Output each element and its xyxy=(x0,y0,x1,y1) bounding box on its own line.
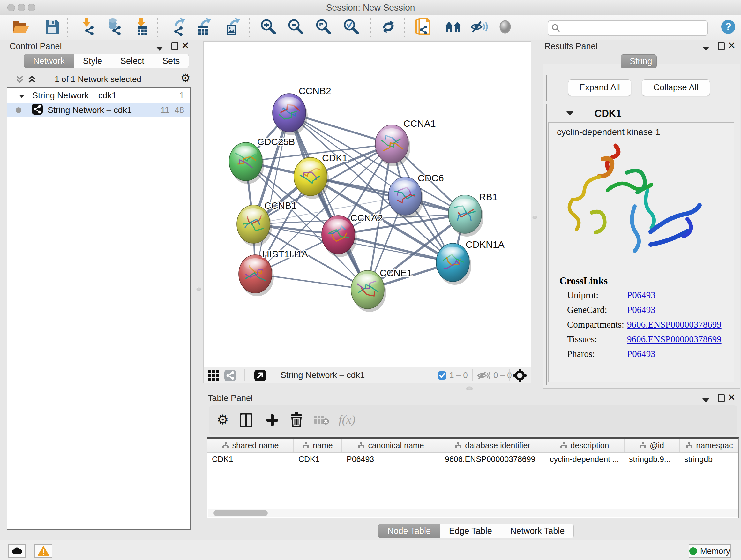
show-all-icon[interactable] xyxy=(498,20,512,35)
column-header-namespac[interactable]: namespac xyxy=(680,439,739,452)
table-row[interactable]: CDK1CDK1P064939606.ENSP00000378699cyclin… xyxy=(207,453,738,465)
add-column-icon[interactable] xyxy=(266,414,279,428)
import-network-file-icon[interactable] xyxy=(81,18,96,37)
hide-selected-icon[interactable] xyxy=(471,20,488,35)
table-options-gear-icon[interactable]: ⚙ xyxy=(217,413,229,427)
graphics-details-icon[interactable] xyxy=(445,20,462,35)
network-row[interactable]: String Network – cdk1 11 48 xyxy=(7,103,190,118)
warning-status-button[interactable] xyxy=(35,544,52,558)
first-neighbors-icon[interactable] xyxy=(415,17,431,37)
tab-edge-table[interactable]: Edge Table xyxy=(440,523,501,538)
node-CCNA1[interactable]: CCNA1 xyxy=(375,118,436,166)
tab-style[interactable]: Style xyxy=(74,54,111,68)
node-CDC6[interactable]: CDC6 xyxy=(388,173,444,219)
control-panel-close-icon[interactable]: ✕ xyxy=(181,41,189,51)
table-panel-collapse-icon[interactable] xyxy=(702,395,710,404)
cell-database-identifier[interactable]: 9606.ENSP00000378699 xyxy=(441,453,545,465)
tab-sets[interactable]: Sets xyxy=(153,54,189,68)
cell-@id[interactable]: stringdb:9... xyxy=(624,453,680,465)
table-panel-float-icon[interactable] xyxy=(718,394,725,403)
gene-symbol: CDK1 xyxy=(595,108,621,119)
delete-table-icon xyxy=(314,415,330,427)
zoom-out-icon[interactable] xyxy=(288,19,304,36)
node-label: CCNB1 xyxy=(264,200,297,211)
crosslink-genecard-link[interactable]: P06493 xyxy=(627,305,656,315)
network-view-canvas[interactable]: CCNB2 CCNA1 CDC25B CDK1 CDC6 RB1 CCNB1 xyxy=(203,41,531,367)
export-network-icon[interactable] xyxy=(172,18,188,37)
zoom-fit-icon[interactable] xyxy=(316,19,331,36)
node-RB1[interactable]: RB1 xyxy=(448,192,497,237)
birdseye-grid-icon[interactable] xyxy=(207,369,219,383)
delete-column-trash-icon[interactable] xyxy=(290,413,302,428)
zoom-selected-icon[interactable] xyxy=(344,19,359,36)
results-panel-float-icon[interactable] xyxy=(718,42,725,52)
export-table-icon[interactable] xyxy=(196,18,212,37)
gene-collapse-icon[interactable] xyxy=(566,111,574,117)
node-CCNE1[interactable]: CCNE1 xyxy=(351,267,412,312)
cell-namespac[interactable]: stringdb xyxy=(680,453,739,465)
node-CDK1[interactable]: CDK1 xyxy=(294,152,347,199)
network-options-gear-icon[interactable]: ⚙ xyxy=(180,72,191,84)
save-session-icon[interactable] xyxy=(45,19,59,36)
help-icon[interactable]: ? xyxy=(721,19,736,36)
right-splitter-handle[interactable] xyxy=(532,215,537,219)
memory-button[interactable]: Memory xyxy=(689,544,731,558)
toggle-columns-icon[interactable] xyxy=(240,413,253,428)
crosslink-tissues-link[interactable]: 9606.ENSP00000378699 xyxy=(627,334,722,345)
cell-name[interactable]: CDK1 xyxy=(294,453,342,465)
crosslink-uniprot-link[interactable]: P06493 xyxy=(627,290,656,300)
collection-expand-icon[interactable] xyxy=(18,91,25,101)
node-table[interactable]: shared name name canonical name database… xyxy=(207,437,739,518)
collapse-all-button[interactable]: Collapse All xyxy=(642,79,710,96)
cell-description[interactable]: cyclin-dependent ... xyxy=(545,453,624,465)
results-panel-close-icon[interactable]: ✕ xyxy=(728,41,736,51)
left-splitter-handle[interactable] xyxy=(196,287,201,291)
cell-canonical-name[interactable]: P06493 xyxy=(342,453,441,465)
search-input[interactable] xyxy=(562,22,704,34)
tab-select[interactable]: Select xyxy=(111,54,153,68)
node-CDKN1A[interactable]: CDKN1A xyxy=(436,239,504,285)
tab-network-table[interactable]: Network Table xyxy=(501,523,574,538)
edge[interactable] xyxy=(289,113,367,290)
column-header-description[interactable]: description xyxy=(545,439,624,452)
results-panel-collapse-icon[interactable] xyxy=(702,44,710,52)
import-network-database-icon[interactable] xyxy=(106,18,122,37)
column-header-@id[interactable]: @id xyxy=(624,439,680,452)
network-collection-row[interactable]: String Network – cdk1 1 xyxy=(7,88,190,103)
tab-string[interactable]: String xyxy=(621,54,657,68)
search-box[interactable] xyxy=(548,20,708,36)
column-header-database-identifier[interactable]: database identifier xyxy=(441,439,545,452)
selected-checkbox-icon[interactable] xyxy=(437,371,447,381)
import-table-file-icon[interactable] xyxy=(135,18,149,37)
node-CCNB1[interactable]: CCNB1 xyxy=(237,200,297,246)
refresh-icon[interactable] xyxy=(381,19,396,36)
cell-shared-name[interactable]: CDK1 xyxy=(207,453,294,465)
export-image-icon[interactable] xyxy=(224,18,241,37)
share-network-icon[interactable] xyxy=(224,369,236,383)
crosslink-compartments-link[interactable]: 9606.ENSP00000378699 xyxy=(627,319,722,330)
control-panel-collapse-icon[interactable] xyxy=(156,44,163,52)
export-view-icon[interactable] xyxy=(254,369,266,383)
warning-icon xyxy=(38,546,49,556)
crosslink-pharos-link[interactable]: P06493 xyxy=(627,349,656,359)
column-header-name[interactable]: name xyxy=(294,439,342,452)
tab-network[interactable]: Network xyxy=(24,54,74,68)
column-header-canonical-name[interactable]: canonical name xyxy=(342,439,441,452)
control-panel-float-icon[interactable] xyxy=(172,42,179,52)
reposition-crosshair-icon[interactable] xyxy=(513,369,527,383)
column-header-shared-name[interactable]: shared name xyxy=(207,439,294,452)
network-view-title: String Network – cdk1 xyxy=(280,370,365,380)
node-CDC25B[interactable]: CDC25B xyxy=(229,136,295,184)
scrollbar-thumb[interactable] xyxy=(213,510,268,516)
tab-node-table[interactable]: Node Table xyxy=(378,523,440,538)
node-CCNB2[interactable]: CCNB2 xyxy=(273,85,331,135)
cloud-status-button[interactable] xyxy=(8,544,26,558)
network-selected-status: 1 of 1 Network selected xyxy=(7,74,189,84)
expand-all-button[interactable]: Expand All xyxy=(568,79,631,96)
table-horizontal-scrollbar[interactable] xyxy=(208,509,738,517)
horizontal-splitter-handle[interactable] xyxy=(466,386,473,390)
node-HIST1H1A[interactable]: HIST1H1A xyxy=(239,249,308,296)
table-panel-close-icon[interactable]: ✕ xyxy=(728,393,736,402)
zoom-in-icon[interactable] xyxy=(261,19,276,36)
open-session-icon[interactable] xyxy=(12,19,30,36)
